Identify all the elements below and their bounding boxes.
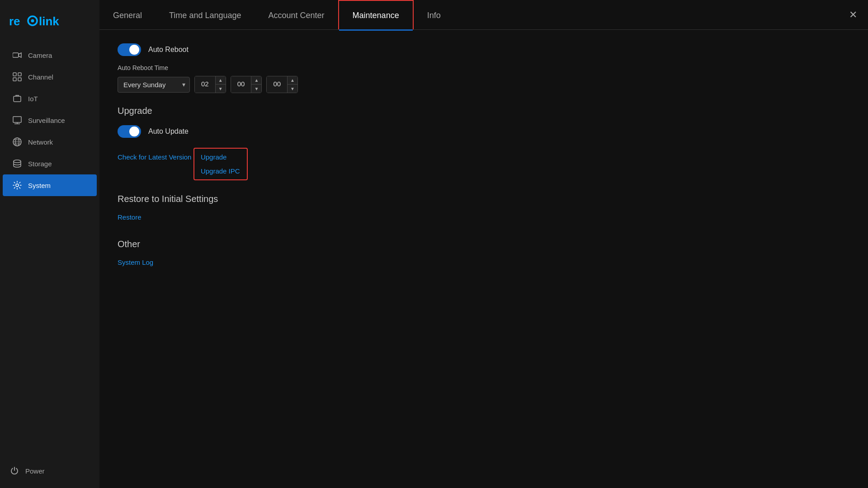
- other-section: Other System Log: [118, 239, 850, 271]
- iot-icon: [13, 94, 22, 103]
- hour-down-button[interactable]: ▼: [216, 84, 226, 93]
- svg-text:link: link: [39, 14, 59, 28]
- svg-point-18: [14, 160, 21, 163]
- min2-spinner: 00 ▲ ▼: [266, 76, 298, 93]
- hour-spinner: 02 ▲ ▼: [194, 76, 226, 93]
- iot-label: IoT: [28, 95, 38, 103]
- other-title: Other: [118, 239, 850, 249]
- svg-rect-7: [13, 78, 16, 81]
- svg-point-19: [16, 184, 19, 187]
- tab-account-center[interactable]: Account Center: [255, 1, 338, 29]
- tab-time-language[interactable]: Time and Language: [156, 1, 255, 29]
- toggle-knob: [129, 45, 139, 55]
- auto-update-row: Auto Update: [118, 125, 850, 138]
- auto-reboot-row: Auto Reboot: [118, 43, 850, 56]
- tab-bar: General Time and Language Account Center…: [99, 0, 868, 30]
- restore-title: Restore to Initial Settings: [118, 194, 850, 204]
- power-label: Power: [25, 467, 45, 475]
- svg-text:re: re: [9, 14, 20, 28]
- sidebar-item-network[interactable]: Network: [3, 131, 97, 153]
- reolink-logo: re link: [9, 13, 68, 29]
- restore-link[interactable]: Restore: [118, 213, 142, 221]
- auto-update-toggle[interactable]: [118, 125, 141, 138]
- auto-reboot-time-label: Auto Reboot Time: [118, 64, 850, 71]
- min2-up-button[interactable]: ▲: [288, 76, 297, 84]
- schedule-dropdown-wrap: Every Sunday: [118, 77, 190, 93]
- logo: re link: [0, 0, 99, 42]
- camera-label: Camera: [28, 52, 52, 59]
- tab-general[interactable]: General: [99, 1, 156, 29]
- auto-reboot-label: Auto Reboot: [148, 46, 189, 54]
- tab-info[interactable]: Info: [414, 1, 454, 29]
- svg-rect-6: [18, 73, 21, 76]
- power-button[interactable]: Power: [0, 457, 99, 488]
- system-log-link[interactable]: System Log: [118, 258, 153, 266]
- sidebar-item-camera[interactable]: Camera: [3, 44, 97, 66]
- hour-value: 02: [195, 76, 215, 93]
- sidebar-item-iot[interactable]: IoT: [3, 88, 97, 109]
- time-controls: Every Sunday 02 ▲ ▼ 00 ▲ ▼ 00: [118, 76, 850, 93]
- sidebar-item-channel[interactable]: Channel: [3, 66, 97, 88]
- upgrade-title: Upgrade: [118, 106, 850, 116]
- close-button[interactable]: ✕: [849, 10, 857, 20]
- auto-update-knob: [129, 127, 139, 136]
- network-label: Network: [28, 138, 53, 146]
- upgrade-section: Upgrade Auto Update Check for Latest Ver…: [118, 106, 850, 180]
- system-icon: [13, 181, 22, 190]
- hour-controls: ▲ ▼: [215, 76, 226, 93]
- surveillance-icon: [13, 116, 22, 125]
- min2-controls: ▲ ▼: [287, 76, 297, 93]
- svg-rect-10: [13, 117, 21, 122]
- schedule-select[interactable]: Every Sunday: [118, 77, 190, 93]
- upgrade-link[interactable]: Upgrade: [201, 153, 241, 161]
- surveillance-label: Surveillance: [28, 117, 65, 124]
- camera-icon: [13, 51, 22, 60]
- svg-rect-9: [14, 96, 21, 102]
- storage-icon: [13, 159, 22, 168]
- channel-icon: [13, 72, 22, 81]
- svg-rect-4: [13, 53, 19, 57]
- sidebar-item-storage[interactable]: Storage: [3, 153, 97, 174]
- min1-value: 00: [231, 76, 251, 93]
- min1-spinner: 00 ▲ ▼: [231, 76, 262, 93]
- auto-reboot-toggle[interactable]: [118, 43, 141, 56]
- min1-down-button[interactable]: ▼: [251, 84, 261, 93]
- main-content: General Time and Language Account Center…: [99, 0, 868, 488]
- upgrade-ipc-link[interactable]: Upgrade IPC: [201, 167, 241, 175]
- hour-up-button[interactable]: ▲: [216, 76, 226, 84]
- sidebar-item-system[interactable]: System: [3, 174, 97, 196]
- auto-update-label: Auto Update: [148, 127, 189, 136]
- power-icon: [10, 466, 19, 475]
- min1-up-button[interactable]: ▲: [251, 76, 261, 84]
- sidebar: re link Camera: [0, 0, 99, 488]
- min2-down-button[interactable]: ▼: [288, 84, 297, 93]
- system-label: System: [28, 182, 51, 189]
- channel-label: Channel: [28, 73, 53, 81]
- min2-value: 00: [267, 76, 287, 93]
- upgrade-dropdown-panel: Upgrade Upgrade IPC: [193, 148, 248, 180]
- sidebar-nav: Camera Channel IoT: [0, 42, 99, 457]
- restore-section: Restore to Initial Settings Restore: [118, 194, 850, 225]
- sidebar-item-surveillance[interactable]: Surveillance: [3, 109, 97, 131]
- svg-rect-8: [18, 78, 21, 81]
- svg-rect-5: [13, 73, 16, 76]
- storage-label: Storage: [28, 160, 52, 168]
- check-version-link[interactable]: Check for Latest Version: [118, 153, 191, 161]
- tab-maintenance[interactable]: Maintenance: [338, 0, 414, 29]
- min1-controls: ▲ ▼: [251, 76, 261, 93]
- network-icon: [13, 137, 22, 146]
- svg-point-2: [31, 19, 34, 23]
- maintenance-content: Auto Reboot Auto Reboot Time Every Sunda…: [99, 30, 868, 488]
